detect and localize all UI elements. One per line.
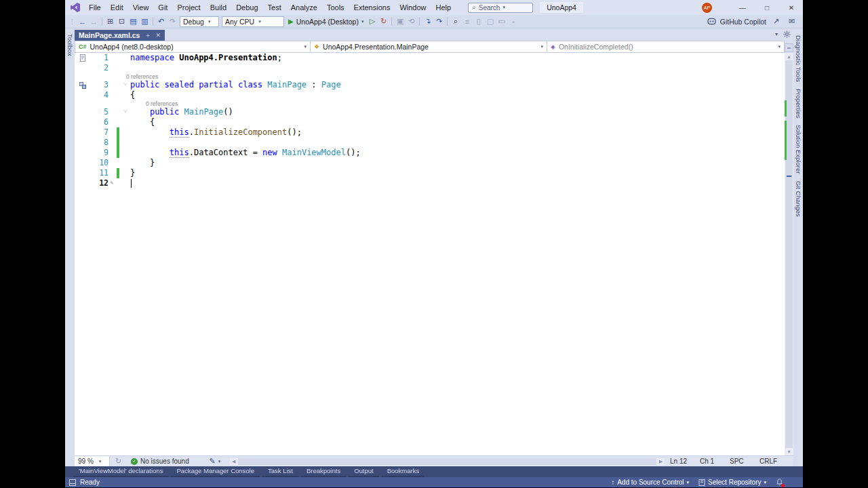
menu-file[interactable]: File: [84, 1, 106, 14]
menu-help[interactable]: Help: [431, 1, 456, 14]
scrollbar-split-handle[interactable]: ═: [785, 43, 793, 52]
new-project-icon[interactable]: ⊞: [104, 16, 116, 27]
hscrollbar-thumb[interactable]: [238, 458, 656, 465]
health-status-label[interactable]: No issues found: [140, 458, 189, 465]
side-tab-properties[interactable]: Properties: [795, 89, 802, 118]
zoom-level-select[interactable]: 99 % ▾: [75, 456, 110, 466]
tab-mainpage-xaml-cs[interactable]: MainPage.xaml.cs ＋ ✕: [75, 30, 165, 41]
scroll-left-icon[interactable]: ◀: [230, 458, 237, 465]
project-dropdown[interactable]: C# UnoApp4 (net8.0-desktop) ▾: [75, 41, 311, 52]
misc1-icon[interactable]: ▢: [484, 16, 496, 27]
nav-forward-icon[interactable]: →: [88, 16, 100, 27]
find-icon[interactable]: ⌕: [450, 16, 461, 27]
panel-tab-package-manager-console[interactable]: Package Manager Console: [171, 466, 260, 478]
solution-platform-select[interactable]: Any CPU▾: [222, 16, 284, 27]
ink-pen-icon[interactable]: ✎: [207, 456, 218, 467]
code-line-10[interactable]: 10 }: [75, 158, 785, 168]
add-to-source-control-button[interactable]: ↑ Add to Source Control ▾: [611, 479, 689, 486]
close-button[interactable]: ✕: [780, 1, 803, 15]
scrollbar-thumb[interactable]: [785, 60, 793, 448]
panel-tab-bookmarks[interactable]: Bookmarks: [382, 466, 425, 478]
side-tab-git-changes[interactable]: Git Changes: [795, 181, 802, 217]
line-number-label: Ln 12: [670, 458, 700, 465]
scroll-right-icon[interactable]: ▶: [657, 458, 665, 465]
comment-icon[interactable]: ≡: [461, 16, 473, 27]
menu-view[interactable]: View: [128, 1, 154, 14]
editor-vertical-scrollbar[interactable]: ═ ▲ ▼: [785, 53, 793, 455]
menu-window[interactable]: Window: [395, 1, 431, 14]
restart-icon[interactable]: ⟲: [406, 16, 417, 27]
share-icon[interactable]: ↗: [770, 16, 782, 27]
panel-tab-output[interactable]: Output: [349, 466, 379, 478]
scroll-down-icon[interactable]: ▼: [785, 448, 793, 455]
code-line-1[interactable]: 1namespace UnoApp4.Presentation;: [75, 53, 785, 63]
minimize-button[interactable]: —: [731, 1, 754, 15]
code-editor[interactable]: 1namespace UnoApp4.Presentation;20 refer…: [75, 53, 785, 455]
code-line-12[interactable]: 12✎: [75, 178, 785, 188]
panel-tab-breakpoints[interactable]: Breakpoints: [301, 466, 346, 478]
start-without-debugging-icon[interactable]: ▷: [366, 16, 378, 27]
track-changes-icon[interactable]: ↻: [113, 456, 124, 467]
notifications-bell-icon[interactable]: [776, 479, 784, 487]
start-debugging-button[interactable]: ▶ UnoApp4 (Desktop) ▾: [285, 16, 366, 27]
panel-tab-task-list[interactable]: Task List: [262, 466, 298, 478]
account-avatar[interactable]: AP: [702, 3, 712, 13]
editor-horizontal-scrollbar[interactable]: ◀ ▶: [230, 458, 665, 465]
panel-tab--mainviewmodel-declarations[interactable]: 'MainViewModel' declarations: [73, 466, 168, 478]
code-line-2[interactable]: 2: [75, 63, 785, 73]
codelens-references[interactable]: 0 references: [75, 100, 785, 107]
menu-tools[interactable]: Tools: [322, 1, 349, 14]
save-all-icon[interactable]: ▥: [139, 16, 151, 27]
hot-reload-icon[interactable]: ↻: [378, 16, 389, 27]
collapse-region-icon[interactable]: ˅: [121, 80, 130, 90]
code-line-5[interactable]: 5˅ public MainPage(): [75, 107, 785, 117]
bookmark-icon[interactable]: ▯: [473, 16, 484, 27]
side-tab-solution-explorer[interactable]: Solution Explorer: [795, 125, 802, 174]
menu-analyze[interactable]: Analyze: [286, 1, 322, 14]
code-line-7[interactable]: 7 this.InitializeComponent();: [75, 127, 785, 138]
codelens-references[interactable]: 0 references: [75, 73, 785, 80]
undo-icon[interactable]: ↶: [155, 16, 167, 27]
toolbox-side-tab[interactable]: Toolbox: [65, 28, 75, 455]
misc2-icon[interactable]: ▭: [496, 16, 507, 27]
side-tab-diagnostic-tools[interactable]: Diagnostic Tools: [795, 35, 802, 82]
close-tab-icon[interactable]: ✕: [155, 32, 161, 39]
type-dropdown[interactable]: ❖ UnoApp4.Presentation.MainPage ▾: [311, 41, 547, 52]
code-line-4[interactable]: 4{: [75, 90, 785, 100]
gutter-icon-column: [75, 90, 91, 100]
save-icon[interactable]: ▤: [127, 16, 139, 27]
search-input[interactable]: ⌕ Search ▾: [468, 3, 533, 13]
send-feedback-icon[interactable]: ✉: [786, 16, 797, 27]
redo-icon[interactable]: ↷: [167, 16, 178, 27]
doc-arrows-icon: [75, 53, 91, 63]
tab-list-chevron-icon[interactable]: ▾: [775, 31, 778, 37]
solution-configuration-select[interactable]: Debug▾: [180, 16, 219, 27]
misc3-icon[interactable]: ▫: [507, 16, 519, 27]
collapse-region-icon[interactable]: ˅: [121, 107, 130, 117]
nav-back-icon[interactable]: ←: [77, 16, 88, 27]
code-line-6[interactable]: 6 {: [75, 117, 785, 127]
select-repository-button[interactable]: Select Repository ▾: [698, 479, 766, 486]
code-line-11[interactable]: 11}: [75, 168, 785, 178]
code-line-3[interactable]: 3˅public sealed partial class MainPage :…: [75, 80, 785, 90]
menu-project[interactable]: Project: [172, 1, 205, 14]
menu-extensions[interactable]: Extensions: [349, 1, 395, 14]
menu-debug[interactable]: Debug: [231, 1, 262, 14]
maximize-button[interactable]: □: [755, 1, 778, 15]
scroll-up-icon[interactable]: ▲: [785, 53, 793, 60]
code-line-8[interactable]: 8: [75, 138, 785, 148]
copilot-label[interactable]: GitHub Copilot: [720, 18, 766, 26]
pin-tab-icon[interactable]: ＋: [144, 31, 151, 40]
open-file-icon[interactable]: ⊡: [116, 16, 127, 27]
menu-test[interactable]: Test: [263, 1, 286, 14]
member-dropdown[interactable]: ◈ OnInitializeCompleted() ▾: [547, 41, 784, 52]
break-all-icon[interactable]: ▣: [394, 16, 406, 27]
gear-icon[interactable]: [783, 30, 791, 38]
menu-edit[interactable]: Edit: [106, 1, 128, 14]
panel-layout-icon[interactable]: [69, 479, 76, 486]
code-line-9[interactable]: 9 this.DataContext = new MainViewModel()…: [75, 148, 785, 158]
step-into-icon[interactable]: ↴: [422, 16, 433, 27]
menu-git[interactable]: Git: [153, 1, 172, 14]
menu-build[interactable]: Build: [205, 1, 231, 14]
step-over-icon[interactable]: ↷: [433, 16, 445, 27]
